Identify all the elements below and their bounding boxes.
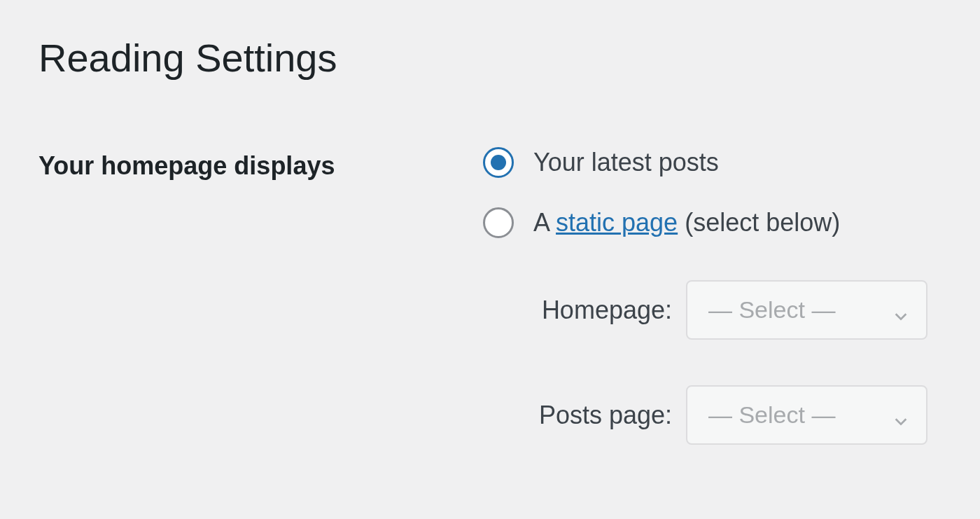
static-page-prefix: A xyxy=(533,208,556,237)
homepage-displays-row: Your homepage displays Your latest posts… xyxy=(38,147,941,490)
posts-page-select-label: Posts page: xyxy=(525,401,686,430)
static-page-suffix: (select below) xyxy=(678,208,840,237)
radio-icon xyxy=(483,207,514,238)
homepage-select[interactable]: — Select — xyxy=(686,280,927,340)
chevron-down-icon xyxy=(893,303,909,318)
posts-page-select-row: Posts page: — Select — xyxy=(525,385,941,445)
radio-option-static-page[interactable]: A static page (select below) xyxy=(483,207,941,238)
radio-label-static-page: A static page (select below) xyxy=(533,208,840,237)
homepage-select-label: Homepage: xyxy=(525,296,686,325)
homepage-displays-label: Your homepage displays xyxy=(38,147,483,181)
homepage-select-value: — Select — xyxy=(708,296,835,324)
radio-label-latest-posts: Your latest posts xyxy=(533,148,719,177)
static-page-link[interactable]: static page xyxy=(556,208,678,237)
posts-page-select[interactable]: — Select — xyxy=(686,385,927,445)
page-title: Reading Settings xyxy=(38,35,941,81)
static-page-sub-selects: Homepage: — Select — Posts page: — Selec… xyxy=(483,280,941,445)
posts-page-select-value: — Select — xyxy=(708,401,835,429)
homepage-select-row: Homepage: — Select — xyxy=(525,280,941,340)
radio-option-latest-posts[interactable]: Your latest posts xyxy=(483,147,941,178)
radio-icon xyxy=(483,147,514,178)
chevron-down-icon xyxy=(893,408,909,423)
homepage-displays-controls: Your latest posts A static page (select … xyxy=(483,147,941,490)
